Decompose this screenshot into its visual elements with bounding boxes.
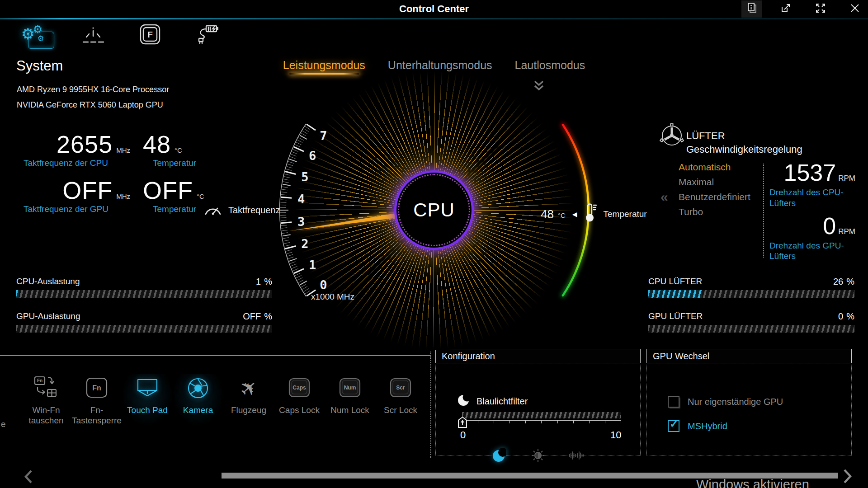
slider-max-label: 10 bbox=[610, 429, 621, 441]
gpu-usage-bar bbox=[16, 325, 272, 333]
airplane-icon: ✈ bbox=[240, 374, 258, 402]
svg-text:Caps: Caps bbox=[292, 385, 306, 391]
fullscreen-button[interactable] bbox=[810, 0, 831, 18]
caps-lock-button[interactable]: Caps Caps Lock bbox=[274, 374, 325, 426]
tab-lighting[interactable] bbox=[70, 21, 117, 50]
fan-icon bbox=[659, 123, 684, 150]
num-lock-button[interactable]: Num Num Lock bbox=[325, 374, 375, 426]
tab-fkeys[interactable]: F bbox=[127, 21, 174, 50]
mode-tabs: Leistungsmodus Unterhaltungsmodus Lautlo… bbox=[0, 58, 868, 75]
window-title: Control Center bbox=[0, 0, 868, 18]
winfn-swap-icon: Fn bbox=[33, 374, 59, 402]
titlebar-accent bbox=[0, 18, 868, 19]
caps-key-icon: Caps bbox=[288, 374, 311, 402]
bluelight-slider-track[interactable] bbox=[462, 412, 621, 418]
backlight-icon bbox=[82, 24, 104, 47]
fan-mode-automatisch[interactable]: Automatisch bbox=[679, 162, 750, 173]
winfn-swap-button[interactable]: Fn Win-Fn tauschen bbox=[21, 374, 71, 426]
checkbox-unchecked[interactable] bbox=[668, 396, 679, 408]
scr-key-icon: Scr bbox=[389, 374, 412, 402]
control-center-window: Control Center bbox=[0, 0, 868, 488]
bluelight-label-row: Blaulichtfilter bbox=[458, 394, 528, 409]
panel-body: Blaulichtfilter 0 10 bbox=[435, 363, 641, 455]
soundwave-icon[interactable] bbox=[569, 447, 585, 464]
mode-leistung[interactable]: Leistungsmodus bbox=[280, 58, 368, 75]
scroll-right-icon[interactable] bbox=[841, 467, 854, 487]
fn-lock-button[interactable]: Fn Fn-Tastensperre bbox=[71, 374, 122, 426]
bluelight-slider-handle[interactable] bbox=[458, 417, 467, 430]
fan-mode-turbo[interactable]: Turbo bbox=[679, 206, 750, 217]
fkey-icon: F bbox=[139, 23, 161, 47]
moon-icon bbox=[458, 394, 470, 409]
marker-triangle: ◀ bbox=[572, 211, 577, 218]
konfiguration-panel: Konfiguration Blaulichtfilter bbox=[435, 349, 641, 455]
nightmode-icon[interactable] bbox=[491, 447, 507, 464]
quickbar-partial-item[interactable]: e bbox=[1, 419, 6, 429]
battery-charge-icon bbox=[194, 23, 220, 47]
gauge-axis-label: x1000 MHz bbox=[311, 292, 354, 302]
panel-body: Nur eigenständige GPU MSHybrid bbox=[646, 363, 852, 455]
gpu-usage-meter: GPU-Auslastung OFF% bbox=[16, 311, 272, 338]
svg-text:Scr: Scr bbox=[396, 385, 405, 391]
fan-mode-list: Automatisch Maximal « Benutzerdefiniert … bbox=[679, 162, 750, 221]
scr-lock-button[interactable]: Scr Scr Lock bbox=[375, 374, 426, 426]
chevrons-down-icon[interactable] bbox=[533, 80, 545, 94]
clock-caption: Taktfrequenz bbox=[203, 202, 280, 218]
speedometer-icon bbox=[203, 202, 222, 218]
quickbar: Fn Win-Fn tauschen Fn Fn-Tastensperre bbox=[21, 374, 426, 426]
cpu-fan-rpm: 1537 bbox=[784, 159, 836, 186]
gauge-center: CPU bbox=[394, 170, 474, 250]
num-key-icon: Num bbox=[338, 374, 362, 402]
stat-grid: 2655MHz Taktfrequenz der CPU 48°C Temper… bbox=[18, 130, 219, 214]
tab-power[interactable] bbox=[184, 21, 231, 50]
thermometer-icon bbox=[583, 202, 597, 226]
checkbox-checked[interactable] bbox=[668, 420, 679, 432]
fan-title: LÜFTER Geschwindigkeitsregelung bbox=[686, 129, 802, 156]
option-dedicated-gpu[interactable]: Nur eigenständige GPU bbox=[668, 396, 783, 408]
option-mshybrid[interactable]: MSHybrid bbox=[668, 420, 727, 432]
close-button[interactable] bbox=[844, 0, 865, 18]
stat-cpu-temp: 48°C Temperatur bbox=[136, 130, 219, 168]
close-icon bbox=[849, 3, 860, 15]
cpu-usage-meter: CPU-Auslastung 1% bbox=[16, 277, 272, 303]
scroll-left-icon[interactable] bbox=[23, 469, 34, 486]
restore-icon bbox=[780, 2, 792, 16]
titlebar: Control Center bbox=[0, 0, 868, 18]
gpu-name: NVIDIA GeForce RTX 5060 Laptop GPU bbox=[17, 100, 163, 110]
divider bbox=[430, 352, 431, 458]
rpm-readouts: 1537RPM Drehzahl des CPU-Lüfters 0RPM Dr… bbox=[769, 159, 855, 262]
panel-title: Konfiguration bbox=[435, 349, 641, 363]
svg-text:Fn: Fn bbox=[37, 378, 42, 383]
windows-watermark: Windows aktivieren bbox=[696, 477, 809, 488]
divider bbox=[763, 164, 764, 258]
cpu-fan-bar bbox=[648, 290, 854, 298]
gears-icon: ⚙⚙⚙ bbox=[21, 34, 51, 37]
mode-unterhaltung[interactable]: Unterhaltungsmodus bbox=[385, 58, 495, 75]
chevrons-left-icon[interactable]: « bbox=[660, 189, 668, 205]
mode-lautlos[interactable]: Lautlosmodus bbox=[512, 58, 588, 75]
info-doc-icon bbox=[746, 2, 758, 16]
gpu-fan-rpm: 0 bbox=[823, 212, 836, 239]
camera-button[interactable]: Kamera bbox=[173, 374, 223, 426]
cpu-name: AMD Ryzen 9 9955HX 16-Core Processor bbox=[17, 85, 169, 94]
restore-button[interactable] bbox=[776, 0, 797, 18]
fan-mode-benutzerdefiniert[interactable]: « Benutzerdefiniert bbox=[679, 192, 750, 202]
fan-mode-maximal[interactable]: Maximal bbox=[679, 177, 750, 188]
gpu-wechsel-panel: GPU Wechsel Nur eigenständige GPU MSHybr… bbox=[646, 349, 852, 455]
info-button[interactable] bbox=[741, 0, 762, 18]
fullscreen-icon bbox=[815, 2, 826, 16]
gpu-fan-rpm-label: Drehzahl des GPU-Lüfters bbox=[769, 240, 847, 262]
quickbar-border bbox=[0, 355, 430, 359]
svg-text:Fn: Fn bbox=[92, 384, 101, 392]
gpu-fan-meter: GPU LÜFTER 0% bbox=[648, 311, 854, 338]
touchpad-button[interactable]: Touch Pad bbox=[122, 374, 173, 426]
brightness-icon[interactable] bbox=[530, 447, 546, 464]
config-mode-icons bbox=[436, 447, 640, 464]
svg-text:Num: Num bbox=[344, 385, 356, 391]
temp-caption: 48 °C ◀ Temperatur bbox=[541, 202, 647, 226]
tab-bar: ⚙⚙⚙ F bbox=[13, 21, 231, 50]
stat-gpu-clock: OFFMHz Taktfrequenz der GPU bbox=[18, 176, 136, 214]
tab-system[interactable]: ⚙⚙⚙ bbox=[13, 21, 60, 50]
airplane-button[interactable]: ✈ Flugzeug bbox=[223, 374, 274, 426]
gpu-fan-bar bbox=[648, 325, 854, 333]
